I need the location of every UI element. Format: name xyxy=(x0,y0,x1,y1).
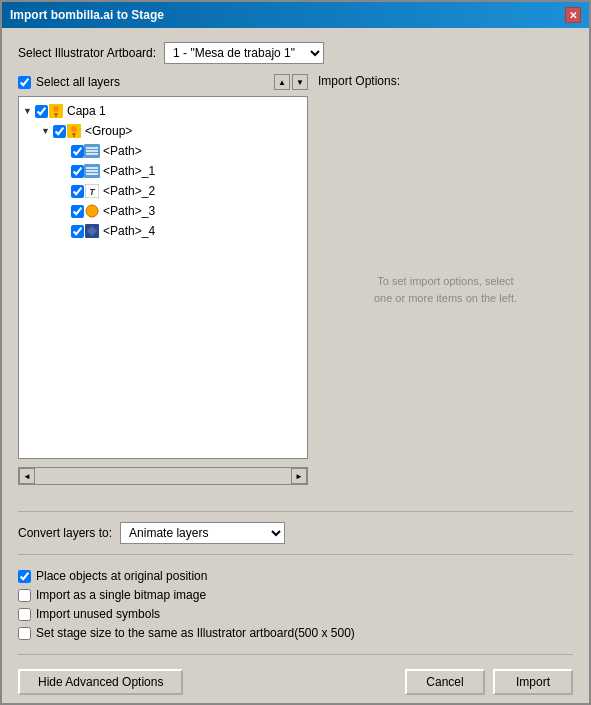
stage-size-checkbox[interactable] xyxy=(18,627,31,640)
scroll-left-button[interactable]: ◄ xyxy=(19,468,35,484)
import-options-title: Import Options: xyxy=(318,74,573,88)
artboard-row: Select Illustrator Artboard: 1 - "Mesa d… xyxy=(18,42,573,64)
tree-item-path3[interactable]: <Path>_3 xyxy=(19,201,307,221)
svg-rect-6 xyxy=(72,133,76,135)
import-options-text: To set import options, select one or mor… xyxy=(374,273,517,306)
check-path4[interactable] xyxy=(71,225,84,238)
arrow-path0 xyxy=(59,146,71,156)
single-bitmap-label: Import as a single bitmap image xyxy=(36,588,206,602)
dialog-body: Select Illustrator Artboard: 1 - "Mesa d… xyxy=(2,28,589,499)
place-original-label: Place objects at original position xyxy=(36,569,207,583)
tree-item-group[interactable]: ▼ <Group> xyxy=(19,121,307,141)
checkbox-row-stage: Set stage size to the same as Illustrato… xyxy=(18,626,573,640)
svg-rect-2 xyxy=(54,113,58,115)
select-all-label: Select all layers xyxy=(36,75,120,89)
place-original-checkbox[interactable] xyxy=(18,570,31,583)
svg-rect-3 xyxy=(55,115,57,117)
check-group[interactable] xyxy=(53,125,66,138)
tree-item-path0[interactable]: <Path> xyxy=(19,141,307,161)
checkbox-row-symbols: Import unused symbols xyxy=(18,607,573,621)
label-path1: <Path>_1 xyxy=(103,164,155,178)
label-group: <Group> xyxy=(85,124,132,138)
move-up-button[interactable]: ▲ xyxy=(274,74,290,90)
icon-path2: T xyxy=(84,183,100,199)
icon-capa1 xyxy=(48,103,64,119)
buttons-row: Hide Advanced Options Cancel Import xyxy=(18,669,573,695)
label-path4: <Path>_4 xyxy=(103,224,155,238)
select-all-row: Select all layers ▲ ▼ xyxy=(18,74,308,90)
move-down-button[interactable]: ▼ xyxy=(292,74,308,90)
convert-row: Convert layers to: Animate layersSingle … xyxy=(18,522,573,544)
convert-label: Convert layers to: xyxy=(18,526,112,540)
tree-item-path2[interactable]: T <Path>_2 xyxy=(19,181,307,201)
icon-group xyxy=(66,123,82,139)
tree-container: Select all layers ▲ ▼ ▼ xyxy=(18,74,308,485)
layer-tree[interactable]: ▼ Capa 1 xyxy=(18,96,308,459)
check-path1[interactable] xyxy=(71,165,84,178)
arrow-path4 xyxy=(59,226,71,236)
select-all-checkbox[interactable] xyxy=(18,76,31,89)
arrow-path2 xyxy=(59,186,71,196)
arrow-capa1: ▼ xyxy=(23,106,35,116)
check-path3[interactable] xyxy=(71,205,84,218)
check-path0[interactable] xyxy=(71,145,84,158)
convert-select[interactable]: Animate layersSingle bitmap imageFlatten… xyxy=(120,522,285,544)
select-all-checkbox-row: Select all layers xyxy=(18,75,120,89)
tree-scroll[interactable]: ▼ Capa 1 xyxy=(19,97,307,458)
right-buttons: Cancel Import xyxy=(405,669,573,695)
close-button[interactable]: ✕ xyxy=(565,7,581,23)
divider-mid xyxy=(18,554,573,555)
checkbox-row-place: Place objects at original position xyxy=(18,569,573,583)
import-button[interactable]: Import xyxy=(493,669,573,695)
cancel-button[interactable]: Cancel xyxy=(405,669,485,695)
dialog-title: Import bombilla.ai to Stage xyxy=(10,8,164,22)
icon-path3 xyxy=(84,203,100,219)
divider-top xyxy=(18,511,573,512)
svg-point-1 xyxy=(53,106,59,112)
single-bitmap-checkbox[interactable] xyxy=(18,589,31,602)
stage-size-label: Set stage size to the same as Illustrato… xyxy=(36,626,355,640)
scroll-track[interactable] xyxy=(35,468,291,484)
options-checkboxes: Place objects at original position Impor… xyxy=(18,565,573,644)
svg-point-18 xyxy=(86,205,98,217)
main-area: Select all layers ▲ ▼ ▼ xyxy=(18,74,573,485)
import-options-panel: Import Options: To set import options, s… xyxy=(318,74,573,485)
horizontal-scrollbar[interactable]: ◄ ► xyxy=(18,467,308,485)
artboard-select[interactable]: 1 - "Mesa de trabajo 1" xyxy=(164,42,324,64)
check-path2[interactable] xyxy=(71,185,84,198)
up-down-buttons: ▲ ▼ xyxy=(274,74,308,90)
artboard-label: Select Illustrator Artboard: xyxy=(18,46,156,60)
arrow-path3 xyxy=(59,206,71,216)
unused-symbols-checkbox[interactable] xyxy=(18,608,31,621)
checkbox-row-bitmap: Import as a single bitmap image xyxy=(18,588,573,602)
tree-item-path4[interactable]: <Path>_4 xyxy=(19,221,307,241)
icon-path1 xyxy=(84,163,100,179)
bottom-section: Convert layers to: Animate layersSingle … xyxy=(2,499,589,703)
unused-symbols-label: Import unused symbols xyxy=(36,607,160,621)
label-path3: <Path>_3 xyxy=(103,204,155,218)
title-bar: Import bombilla.ai to Stage ✕ xyxy=(2,2,589,28)
label-path0: <Path> xyxy=(103,144,142,158)
svg-rect-7 xyxy=(73,135,75,137)
icon-path4 xyxy=(84,223,100,239)
tree-item-path1[interactable]: <Path>_1 xyxy=(19,161,307,181)
label-capa1: Capa 1 xyxy=(67,104,106,118)
divider-bottom xyxy=(18,654,573,655)
arrow-path1 xyxy=(59,166,71,176)
tree-item-capa1[interactable]: ▼ Capa 1 xyxy=(19,101,307,121)
import-dialog: Import bombilla.ai to Stage ✕ Select Ill… xyxy=(0,0,591,705)
scroll-right-button[interactable]: ► xyxy=(291,468,307,484)
svg-point-5 xyxy=(71,126,77,132)
import-options-placeholder: To set import options, select one or mor… xyxy=(318,94,573,485)
hide-advanced-button[interactable]: Hide Advanced Options xyxy=(18,669,183,695)
label-path2: <Path>_2 xyxy=(103,184,155,198)
arrow-group: ▼ xyxy=(41,126,53,136)
icon-path0 xyxy=(84,143,100,159)
check-capa1[interactable] xyxy=(35,105,48,118)
